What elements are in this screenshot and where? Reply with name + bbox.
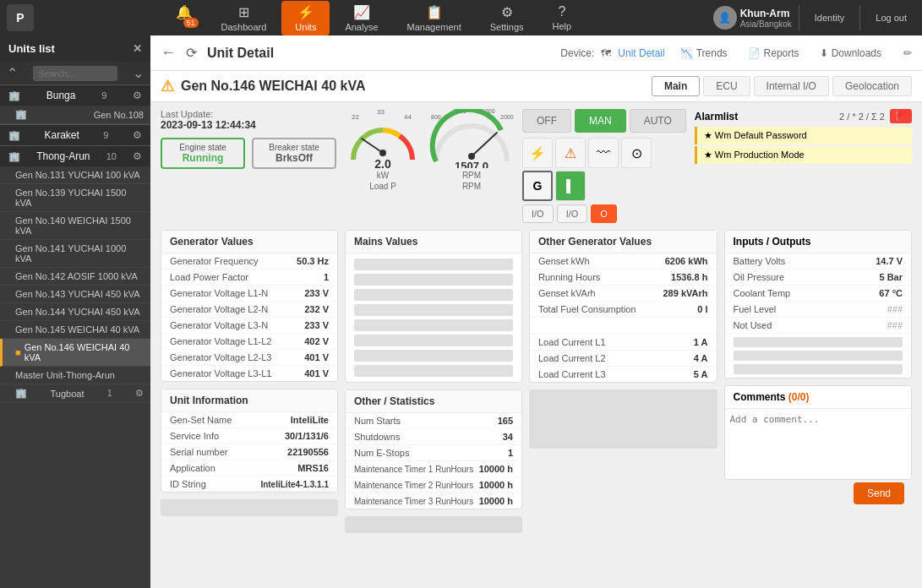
sidebar-item-gen142[interactable]: Gen No.142 AOSIF 1000 kVA [0, 268, 150, 286]
service-info-value: 30/1/131/6 [285, 431, 329, 441]
sidebar-item-gen140[interactable]: Gen No.140 WEICHAI 1500 kVA [0, 212, 150, 240]
nav-units-label: Units [295, 22, 316, 32]
coolant-temp-value: 67 °C [879, 288, 903, 298]
tab-reports[interactable]: 📄 Reports [739, 44, 808, 63]
maint-2-label: Maintenance Timer 2 RunHours [354, 481, 473, 490]
nav-units[interactable]: ⚡ Units [281, 1, 330, 35]
nav-help[interactable]: ? Help [539, 1, 586, 35]
sidebar-item-gen108[interactable]: 🏢 Gen No.108 [0, 106, 150, 124]
breaker-state-value: BrksOff [267, 152, 321, 164]
generator-values-section: Generator Values Generator Frequency 50.… [161, 230, 338, 382]
user-info: Khun-Arm Asia/Bangkok [740, 8, 792, 29]
sidebar-item-gen143[interactable]: Gen No.143 YUCHAI 450 kVA [0, 286, 150, 303]
disconnect-icon[interactable]: 〰 [588, 138, 619, 168]
gen-icon[interactable]: ⚡ [522, 138, 553, 168]
off-button[interactable]: OFF [522, 109, 571, 133]
device-label: Device: [560, 47, 594, 59]
mode-buttons: OFF MAN AUTO [522, 109, 686, 133]
not-used-label: Not Used [734, 320, 772, 330]
application-label: Application [170, 463, 215, 473]
volt-l2l3-label: Generator Voltage L2-L3 [170, 352, 271, 362]
logout-button[interactable]: Log out [867, 9, 915, 26]
orange-io-button[interactable]: O [591, 204, 617, 223]
group-name-thong: Thong-Arun [36, 150, 90, 162]
volt-l1l2-row: Generator Voltage L1-L2 402 V [161, 334, 337, 350]
item-settings-tugboat[interactable]: ⚙ [135, 388, 144, 399]
serial-row: Serial number 22190556 [161, 444, 337, 460]
fuel-level-label: Fuel Level [734, 304, 777, 314]
device-link[interactable]: Unit Detail [618, 47, 664, 59]
alarm-header: Alarmlist 2 / * 2 / Σ 2 🚩 [695, 109, 912, 123]
green-btn[interactable]: ▌ [555, 171, 586, 201]
mains-values-section: Mains Values [345, 230, 522, 383]
tab-main[interactable]: Main [652, 76, 700, 96]
auto-button[interactable]: AUTO [630, 109, 686, 133]
tab-trends[interactable]: 📉 Trends [672, 44, 736, 63]
back-button[interactable]: ← [161, 44, 176, 62]
test-icon[interactable]: ⊙ [621, 138, 652, 168]
genset-name-label: Gen-Set Name [170, 415, 232, 425]
sidebar-item-gen145[interactable]: Gen No.145 WEICHAI 40 kVA [0, 321, 150, 339]
alarm-icon-btn[interactable]: ⚠ [555, 138, 586, 168]
refresh-button[interactable]: ⟳ [186, 45, 197, 61]
io-title: Inputs / Outputs [725, 231, 912, 253]
send-button[interactable]: Send [854, 482, 904, 504]
group-settings-icon-karaket[interactable]: ⚙ [133, 129, 142, 141]
active-indicator: ■ [15, 347, 21, 357]
nav-settings[interactable]: ⚙ Settings [477, 1, 537, 35]
nav-dashboard[interactable]: ⊞ Dashboard [208, 1, 281, 35]
other-statistics-section: Other / Statistics Num Starts 165 Shutdo… [345, 389, 522, 509]
group-settings-icon-thong[interactable]: ⚙ [133, 150, 142, 162]
sidebar-item-gen141[interactable]: Gen No.141 YUCHAI 1000 kVA [0, 240, 150, 268]
collapse-up-icon[interactable]: ⌃ [7, 65, 18, 81]
not-used-value: ### [887, 320, 903, 330]
sidebar-item-gen131[interactable]: Gen No.131 YUCHAI 100 kVA [0, 166, 150, 184]
group-icon: 🏢 [8, 90, 20, 101]
tab-internal-io[interactable]: Internal I/O [754, 76, 829, 96]
man-button[interactable]: MAN [575, 109, 626, 133]
sidebar-item-master[interactable]: Master Unit-Thong-Arun [0, 367, 150, 384]
collapse-down-icon[interactable]: ⌄ [133, 65, 144, 81]
edit-icon[interactable]: ✏ [903, 47, 912, 59]
sidebar-group-karaket[interactable]: 🏢 Karaket 9 ⚙ [0, 124, 150, 145]
tab-ecu[interactable]: ECU [703, 76, 750, 96]
comments-textarea[interactable] [725, 409, 912, 476]
volt-l3l1-row: Generator Voltage L3-L1 401 V [161, 366, 337, 381]
load-p-gauge: 22 33 44 [345, 109, 421, 191]
num-estops-value: 1 [508, 448, 513, 458]
nav-alerts[interactable]: 🔔 51 [162, 1, 206, 35]
tab-downloads[interactable]: ⬇ Downloads [811, 44, 890, 63]
sidebar-item-gen146[interactable]: ■ Gen No.146 WEICHAI 40 kVA [0, 339, 150, 367]
load-pf-label: Load Power Factor [170, 272, 248, 282]
load-p-unit: kW [345, 171, 421, 180]
gen-header: ⚠ Gen No.146 WEICHAI 40 kVA Main ECU Int… [150, 71, 922, 102]
genset-kvarh-row: Genset kVArh 289 kVArh [530, 286, 717, 302]
mains-bar-5 [354, 319, 513, 331]
warning-icon: ⚠ [161, 77, 174, 95]
io-button-1[interactable]: I/O [522, 204, 554, 223]
close-sidebar-icon[interactable]: ✕ [133, 42, 142, 55]
identity-button[interactable]: Identity [806, 9, 853, 26]
tab-geolocation[interactable]: Geolocation [832, 76, 912, 96]
sidebar-group-thong[interactable]: 🏢 Thong-Arun 10 ⚙ [0, 145, 150, 166]
mid-col: Mains Values Other / [345, 230, 522, 533]
sidebar-group-bunga[interactable]: 🏢 Bunga 9 ⚙ [0, 84, 150, 106]
group-settings-icon[interactable]: ⚙ [133, 90, 142, 101]
nav-management[interactable]: 📋 Management [394, 1, 475, 35]
not-used-row: Not Used ### [725, 318, 912, 334]
mains-bar-2 [354, 274, 513, 286]
alarm-text-1: Wm Default Password [715, 130, 807, 140]
sidebar-item-gen144[interactable]: Gen No.144 YUCHAI 450 kVA [0, 303, 150, 321]
sidebar-search-input[interactable] [33, 66, 117, 81]
sidebar-header: Units list ✕ [0, 35, 150, 62]
svg-text:44: 44 [404, 113, 412, 121]
maint-1-row: Maintenance Timer 1 RunHours 10000 h [346, 461, 521, 477]
sidebar-item-gen139[interactable]: Gen No.139 YUCHAI 1500 kVA [0, 184, 150, 212]
g-btn[interactable]: G [522, 171, 553, 201]
reports-label: Reports [764, 47, 799, 59]
other-gen-col: Other Generator Values Genset kWh 6206 k… [529, 230, 717, 511]
io-button-2[interactable]: I/O [557, 204, 588, 223]
nav-analyse[interactable]: 📈 Analyse [331, 1, 391, 35]
sidebar-item-tugboat[interactable]: 🏢 Tugboat 1 ⚙ [0, 384, 150, 403]
unit-info-title: Unit Information [161, 389, 337, 412]
